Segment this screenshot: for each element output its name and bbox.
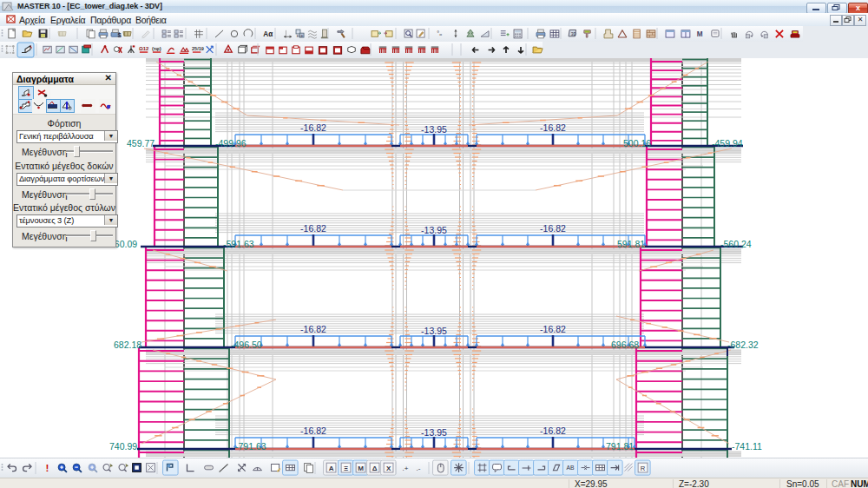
svg-text:Ξ: Ξ (344, 465, 348, 472)
svg-text:Δ: Δ (372, 465, 378, 472)
svg-text:-13.95: -13.95 (421, 225, 447, 235)
svg-text:-16.82: -16.82 (540, 122, 566, 133)
svg-text:459.77: 459.77 (127, 138, 155, 148)
svg-text:Aα: Aα (263, 30, 273, 38)
svg-text:AB: AB (567, 465, 575, 471)
svg-text:-16.82: -16.82 (300, 324, 326, 334)
svg-text:682.18: 682.18 (114, 340, 141, 350)
svg-text:-13.95: -13.95 (421, 326, 447, 336)
svg-text:-791.63: -791.63 (235, 441, 266, 452)
svg-text:-16.82: -16.82 (540, 324, 566, 334)
svg-text:591.81: 591.81 (617, 239, 645, 249)
svg-text:-560.24: -560.24 (720, 239, 752, 249)
svg-text:A: A (329, 465, 334, 472)
svg-text:R: R (641, 465, 646, 472)
svg-text:ELE: ELE (297, 34, 304, 38)
svg-text:!: ! (45, 463, 49, 474)
svg-text:-16.82: -16.82 (540, 425, 566, 436)
svg-text:25/19: 25/19 (192, 46, 204, 51)
svg-text:-13.95: -13.95 (421, 427, 447, 438)
svg-text:740.99: 740.99 (109, 441, 137, 452)
svg-text:-499.96: -499.96 (215, 138, 247, 148)
svg-text:(τφ): (τφ) (152, 46, 161, 51)
svg-text:791.81: 791.81 (606, 441, 634, 452)
svg-text:696.68: 696.68 (611, 340, 639, 350)
svg-text:3D: 3D (571, 32, 577, 36)
svg-text:-496.50: -496.50 (231, 340, 262, 350)
svg-text:.+: .+ (403, 465, 409, 472)
svg-text:Ω12: Ω12 (139, 46, 149, 51)
svg-text:-682.32: -682.32 (727, 340, 759, 350)
svg-text:-16.82: -16.82 (540, 223, 566, 234)
svg-text:°ₒ: °ₒ (437, 30, 442, 37)
svg-text:-16.82: -16.82 (300, 223, 326, 234)
svg-text:-459.94: -459.94 (712, 138, 743, 148)
svg-text:X: X (386, 465, 391, 472)
svg-text:M: M (358, 465, 364, 472)
svg-text:-741.11: -741.11 (732, 441, 762, 452)
svg-text:.-: .- (417, 465, 421, 472)
svg-text:-591.63: -591.63 (223, 239, 254, 249)
svg-text:M: M (697, 30, 703, 38)
svg-text:-16.82: -16.82 (300, 425, 326, 436)
svg-text:-13.95: -13.95 (421, 124, 447, 135)
svg-text:500.16: 500.16 (623, 138, 651, 148)
svg-text:S: S (117, 32, 122, 38)
svg-text:-16.82: -16.82 (300, 122, 326, 133)
